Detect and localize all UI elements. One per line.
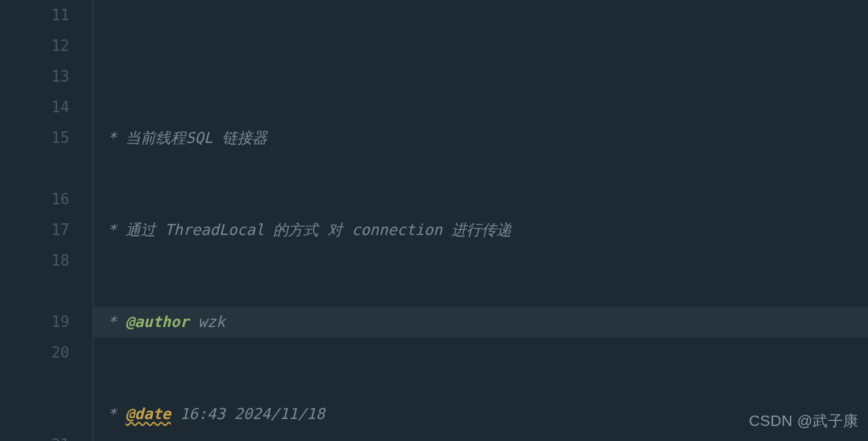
gutter-spacer <box>0 368 69 399</box>
comment-star: * <box>98 399 126 429</box>
code-editor[interactable]: 11 12 13 14 15 16 17 18 19 20 21 * 当前线程S… <box>0 0 868 441</box>
line-number: 13 <box>0 61 69 92</box>
line-number: 18 <box>0 245 69 276</box>
line-number: 17 <box>0 215 69 245</box>
comment-text: wzk <box>189 307 226 337</box>
javadoc-tag-date: @date <box>126 399 171 429</box>
comment-star: * <box>98 215 126 245</box>
comment-text: 16:43 2024/11/18 <box>171 399 325 429</box>
gutter-spacer <box>0 276 69 307</box>
line-number: 20 <box>0 337 69 368</box>
comment-text: 通过 ThreadLocal 的方式 对 connection 进行传递 <box>126 215 512 245</box>
code-line[interactable]: * 当前线程SQL 链接器 <box>94 123 868 153</box>
line-number: 19 <box>0 307 69 337</box>
line-number: 16 <box>0 184 69 215</box>
code-line[interactable]: * 通过 ThreadLocal 的方式 对 connection 进行传递 <box>94 215 868 245</box>
gutter-spacer <box>0 153 69 184</box>
line-number: 12 <box>0 31 69 61</box>
line-number-gutter: 11 12 13 14 15 16 17 18 19 20 21 <box>0 0 93 441</box>
line-number: 21 <box>0 429 69 441</box>
code-area[interactable]: * 当前线程SQL 链接器 * 通过 ThreadLocal 的方式 对 con… <box>94 0 868 441</box>
gutter-spacer <box>0 399 69 429</box>
line-number: 15 <box>0 123 69 153</box>
comment-star: * <box>98 307 126 337</box>
line-number: 14 <box>0 92 69 123</box>
code-line[interactable]: * @date 16:43 2024/11/18 <box>94 399 868 429</box>
line-number: 11 <box>0 0 69 31</box>
code-line[interactable]: * @author wzk <box>94 307 868 337</box>
comment-star: * <box>98 123 126 153</box>
comment-text: 当前线程SQL 链接器 <box>126 123 267 153</box>
javadoc-tag-author: @author <box>126 307 189 337</box>
